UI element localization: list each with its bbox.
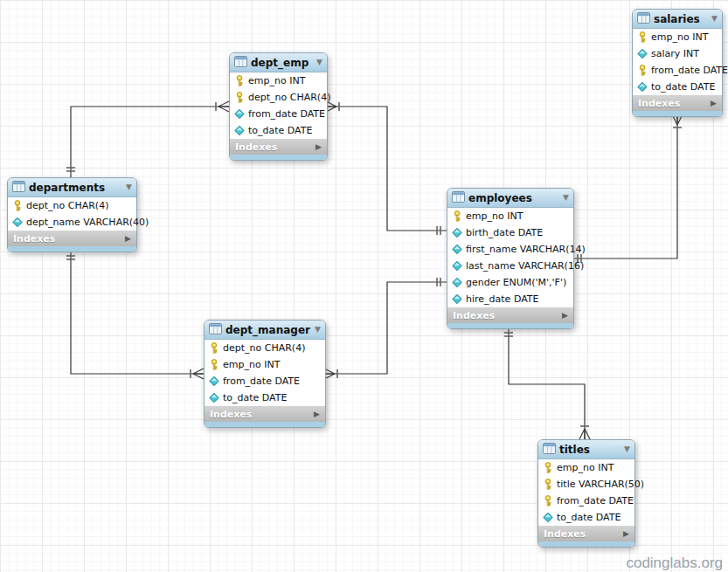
table-header[interactable]: dept_emp▼ (230, 53, 327, 72)
column-row[interactable]: last_name VARCHAR(16) (447, 258, 573, 274)
key-icon (234, 75, 245, 86)
collapse-arrow-icon[interactable]: ▼ (624, 445, 630, 453)
indexes-footer[interactable]: Indexes▶ (447, 307, 573, 323)
diamond-icon (637, 48, 648, 59)
diamond-icon (234, 108, 245, 120)
column-row[interactable]: gender ENUM('M','F') (447, 274, 573, 291)
column-label: title VARCHAR(50) (557, 479, 644, 490)
column-row[interactable]: emp_no INT (447, 208, 573, 224)
indexes-label: Indexes (13, 233, 55, 245)
table-bottom-strip (633, 111, 722, 116)
key-icon (209, 359, 219, 370)
indexes-label: Indexes (544, 528, 586, 540)
column-label: to_date DATE (557, 512, 621, 523)
collapse-arrow-icon[interactable]: ▼ (315, 326, 321, 334)
relationship-employees-titles[interactable] (504, 327, 590, 439)
column-row[interactable]: to_date DATE (205, 389, 325, 406)
column-row[interactable]: from_date DATE (230, 106, 327, 122)
indexes-footer[interactable]: Indexes▶ (8, 231, 136, 246)
table-header[interactable]: departments▼ (8, 178, 136, 197)
relationship-employees-dept_manager[interactable] (324, 278, 447, 379)
column-row[interactable]: from_date DATE (633, 62, 722, 79)
key-icon (637, 65, 648, 76)
table-dept_manager[interactable]: dept_manager▼dept_no CHAR(4)emp_no INTfr… (204, 320, 326, 428)
diamond-icon (209, 376, 219, 387)
expand-arrow-icon[interactable]: ▶ (562, 312, 568, 320)
expand-arrow-icon[interactable]: ▶ (711, 100, 717, 107)
table-header[interactable]: employees▼ (447, 189, 573, 208)
table-header[interactable]: salaries▼ (633, 10, 722, 29)
table-title: salaries (654, 13, 700, 25)
column-row[interactable]: emp_no INT (538, 459, 634, 476)
column-row[interactable]: from_date DATE (538, 493, 634, 509)
column-label: to_date DATE (248, 125, 312, 136)
column-label: birth_date DATE (466, 227, 543, 238)
indexes-footer[interactable]: Indexes▶ (633, 95, 722, 111)
column-label: dept_no CHAR(4) (248, 92, 330, 103)
table-header[interactable]: titles▼ (538, 440, 634, 459)
eer-diagram-canvas[interactable]: salaries▼emp_no INTsalary INTfrom_date D… (0, 0, 728, 572)
column-row[interactable]: hire_date DATE (447, 291, 573, 307)
column-row[interactable]: salary INT (633, 45, 722, 62)
collapse-arrow-icon[interactable]: ▼ (711, 15, 718, 23)
collapse-arrow-icon[interactable]: ▼ (563, 194, 569, 202)
expand-arrow-icon[interactable]: ▶ (315, 143, 322, 151)
table-dept_emp[interactable]: dept_emp▼emp_no INTdept_no CHAR(4)from_d… (229, 52, 328, 161)
table-bottom-strip (447, 323, 573, 328)
table-salaries[interactable]: salaries▼emp_no INTsalary INTfrom_date D… (632, 9, 723, 117)
table-titles[interactable]: titles▼emp_no INTtitle VARCHAR(50)from_d… (537, 439, 635, 548)
column-label: last_name VARCHAR(16) (466, 260, 584, 272)
relationship-employees-dept_emp[interactable] (326, 101, 447, 235)
expand-arrow-icon[interactable]: ▶ (314, 410, 320, 418)
column-row[interactable]: from_date DATE (205, 373, 325, 389)
table-title: dept_manager (225, 324, 310, 336)
column-row[interactable]: to_date DATE (230, 122, 327, 139)
relationship-departments-dept_manager[interactable] (66, 250, 204, 379)
column-row[interactable]: emp_no INT (633, 29, 722, 45)
column-label: emp_no INT (651, 31, 708, 43)
column-row[interactable]: dept_no CHAR(4) (205, 340, 325, 356)
indexes-footer[interactable]: Indexes▶ (205, 406, 325, 422)
key-icon (209, 342, 219, 354)
table-header[interactable]: dept_manager▼ (205, 320, 325, 340)
relationship-departments-dept_emp[interactable] (66, 101, 229, 177)
table-title: departments (29, 182, 105, 194)
column-row[interactable]: emp_no INT (230, 72, 327, 89)
column-label: emp_no INT (223, 359, 280, 370)
indexes-label: Indexes (453, 310, 495, 321)
table-title: dept_emp (251, 57, 309, 69)
diamond-icon (12, 217, 23, 228)
collapse-arrow-icon[interactable]: ▼ (126, 183, 132, 191)
table-title: titles (559, 444, 590, 456)
column-row[interactable]: dept_no CHAR(4) (8, 197, 136, 214)
table-icon (543, 443, 556, 457)
table-employees[interactable]: employees▼emp_no INTbirth_date DATEfirst… (447, 188, 574, 329)
indexes-footer[interactable]: Indexes▶ (230, 139, 327, 155)
column-label: to_date DATE (223, 392, 287, 403)
table-title: employees (468, 192, 532, 204)
column-row[interactable]: to_date DATE (538, 509, 634, 526)
column-label: to_date DATE (651, 81, 715, 93)
column-row[interactable]: birth_date DATE (447, 224, 573, 241)
expand-arrow-icon[interactable]: ▶ (623, 530, 629, 538)
diamond-icon (452, 244, 462, 255)
column-row[interactable]: title VARCHAR(50) (538, 476, 634, 493)
table-departments[interactable]: departments▼dept_no CHAR(4)dept_name VAR… (7, 177, 137, 252)
collapse-arrow-icon[interactable]: ▼ (316, 59, 322, 66)
column-row[interactable]: first_name VARCHAR(14) (447, 241, 573, 258)
column-row[interactable]: to_date DATE (633, 79, 722, 95)
key-icon (234, 92, 245, 103)
column-label: salary INT (651, 48, 699, 59)
column-row[interactable]: dept_no CHAR(4) (230, 89, 327, 106)
relationship-employees-salaries[interactable] (572, 114, 683, 263)
column-label: first_name VARCHAR(14) (466, 244, 586, 255)
indexes-label: Indexes (638, 98, 680, 109)
table-icon (637, 12, 650, 26)
indexes-footer[interactable]: Indexes▶ (538, 526, 634, 541)
table-bottom-strip (8, 246, 136, 252)
column-label: from_date DATE (248, 108, 325, 120)
column-row[interactable]: dept_name VARCHAR(40) (8, 214, 136, 231)
table-bottom-strip (538, 541, 634, 547)
expand-arrow-icon[interactable]: ▶ (125, 235, 131, 243)
column-row[interactable]: emp_no INT (205, 356, 325, 373)
